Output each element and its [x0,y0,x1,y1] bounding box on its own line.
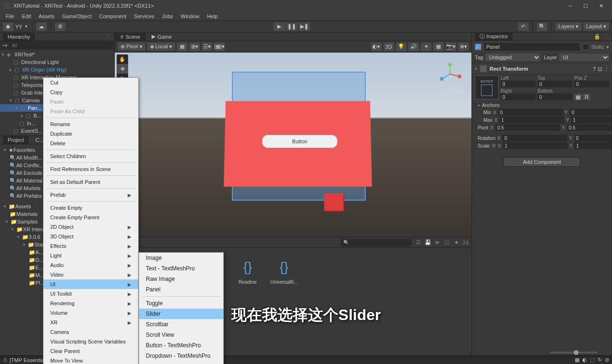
project-tab[interactable]: Project [3,136,29,144]
posz-input[interactable] [574,81,609,87]
cloud-icon[interactable]: ☁ [36,22,47,31]
submenu-item[interactable]: Dropdown - TextMeshPro [139,351,223,361]
status-icon[interactable]: ▦ [575,357,579,363]
cube-object[interactable] [324,193,343,211]
audio-icon[interactable]: 🔊 [408,43,419,51]
context-menu-item[interactable]: Effects▶ [44,241,138,251]
tag-dropdown[interactable]: Untagged [485,54,540,61]
menu-jobs[interactable]: Jobs [158,12,177,20]
filter-icon[interactable]: ☰ [415,239,422,246]
help-icon[interactable]: ? [593,66,596,72]
account-label[interactable]: YY [15,24,22,30]
grid-icon[interactable]: ▦ [177,43,187,51]
inspector-options-icon[interactable]: ⋮ [602,33,609,40]
status-icon[interactable]: ↻ [598,357,602,363]
tree-item[interactable]: ▸▢XR Origin (XR Rig) [0,66,114,74]
top-input[interactable] [537,81,572,87]
anchor-preset-button[interactable]: stretch [475,75,499,99]
static-checkbox[interactable] [582,43,589,50]
camera-icon[interactable]: 📷▾ [446,43,456,51]
layer-dropdown[interactable]: UI [559,54,609,61]
context-menu-item[interactable]: 3D Object▶ [44,232,138,241]
context-menu-item[interactable]: Copy [44,87,138,97]
context-menu-item[interactable]: 2D Object▶ [44,222,138,232]
star-icon[interactable]: ★ [453,239,460,246]
menu-component[interactable]: Component [95,12,130,20]
menu-assets[interactable]: Assets [35,12,58,20]
play-button[interactable]: ▶ [273,22,285,31]
active-checkbox[interactable]: ✓ [475,43,481,50]
menu-edit[interactable]: Edit [18,12,35,20]
shading-dropdown[interactable]: ◐▾ [371,43,382,51]
layers-dropdown[interactable]: Layers ▾ [556,22,581,31]
pivot-x[interactable] [495,124,560,131]
menu-window[interactable]: Window [177,12,203,20]
scene-options-icon[interactable]: ⋮ [465,33,471,40]
submenu-item[interactable]: Toggle [139,298,223,309]
pause-button[interactable]: ❚❚ [286,22,297,31]
anchor-min-x[interactable] [498,109,563,116]
folder-item[interactable]: {}UniversalR... [270,257,298,285]
context-menu-item[interactable]: Set as Default Parent [44,177,138,187]
bottom-input[interactable] [537,94,572,100]
hierarchy-tab[interactable]: Hierarchy [3,33,35,41]
submenu-item[interactable]: Panel [139,284,223,295]
context-menu-item[interactable]: Light▶ [44,251,138,260]
anchors-toggle-icon[interactable]: ▾ [478,103,480,108]
anchor-max-x[interactable] [500,117,564,123]
blueprint-icon[interactable]: ▦ [574,94,582,100]
anchor-max-y[interactable] [571,117,612,123]
minimize-button[interactable]: ─ [563,1,578,11]
snap-icon[interactable]: ⊞▾ [189,43,200,51]
scene-tab[interactable]: #Scene [115,33,146,41]
submenu-item[interactable]: Image [139,253,223,263]
persp-label[interactable]: ◁ Persp [444,88,463,94]
hierarchy-options-icon[interactable]: ⋮ [105,33,111,40]
slider-thumb[interactable] [574,350,579,355]
submenu-item[interactable]: Button - TextMeshPro [139,340,223,351]
undo-history-icon[interactable]: ↶ [518,22,529,31]
layout-dropdown[interactable]: Layout ▾ [583,22,609,31]
save-icon[interactable]: 💾 [425,239,431,246]
rot-y[interactable] [574,135,612,141]
inspector-tab[interactable]: ⓘ Inspector [475,32,513,41]
pivot-y[interactable] [567,124,612,131]
context-menu-item[interactable]: Camera [44,327,138,337]
rot-x[interactable] [503,135,567,141]
account-icon[interactable]: ◉ [3,22,13,31]
anchor-min-y[interactable] [569,109,612,116]
submenu-item[interactable]: Input Field - TextMeshPro [139,361,223,364]
orientation-gizmo[interactable]: yx [438,62,462,86]
context-menu-item[interactable]: Select Children [44,151,138,161]
scale-x[interactable] [503,142,568,149]
rect-transform-header[interactable]: ▾ Rect Transform ? ⊡ ⋮ [472,64,612,74]
menu-file[interactable]: File [2,12,18,20]
context-menu-item[interactable]: UI Toolkit▶ [44,289,138,299]
tree-item[interactable]: ▢Directional Light [0,58,114,66]
context-menu-item[interactable]: Volume▶ [44,308,138,318]
add-component-button[interactable]: Add Component [503,157,581,167]
status-icon[interactable]: ◐ [582,357,587,363]
preset-icon[interactable]: ⊡ [598,66,602,72]
submenu-item[interactable]: Slider [139,309,223,319]
submenu-item[interactable]: Raw Image [139,274,223,284]
context-menu-item[interactable]: Move To View [44,356,138,364]
object-name-input[interactable] [484,43,579,51]
hidden-icon[interactable]: 👁 [434,239,441,246]
component-menu-icon[interactable]: ⋮ [604,66,609,72]
account-dropdown-icon[interactable]: ▼ [24,24,28,29]
search-icon[interactable]: 🔍 [537,22,547,31]
component-toggle-icon[interactable]: ▾ [475,66,477,71]
scale-y[interactable] [574,142,612,149]
status-icon[interactable]: ⬚ [590,357,595,363]
context-menu-item[interactable]: Visual Scripting Scene Variables [44,337,138,346]
context-menu-item[interactable]: Clear Parent [44,346,138,356]
step-button[interactable]: ▶❚ [298,22,310,31]
submenu-item[interactable]: Scrollbar [139,319,223,330]
status-icon[interactable]: ⊘ [605,357,609,363]
snap3-icon[interactable]: |▦|▾ [214,43,225,51]
context-menu-item[interactable]: Create Empty Parent [44,213,138,222]
context-menu-item[interactable]: Rendering▶ [44,299,138,308]
hierarchy-add-icon[interactable]: +▾ [2,43,8,49]
scale-link-icon[interactable]: ⛓ [492,143,496,148]
